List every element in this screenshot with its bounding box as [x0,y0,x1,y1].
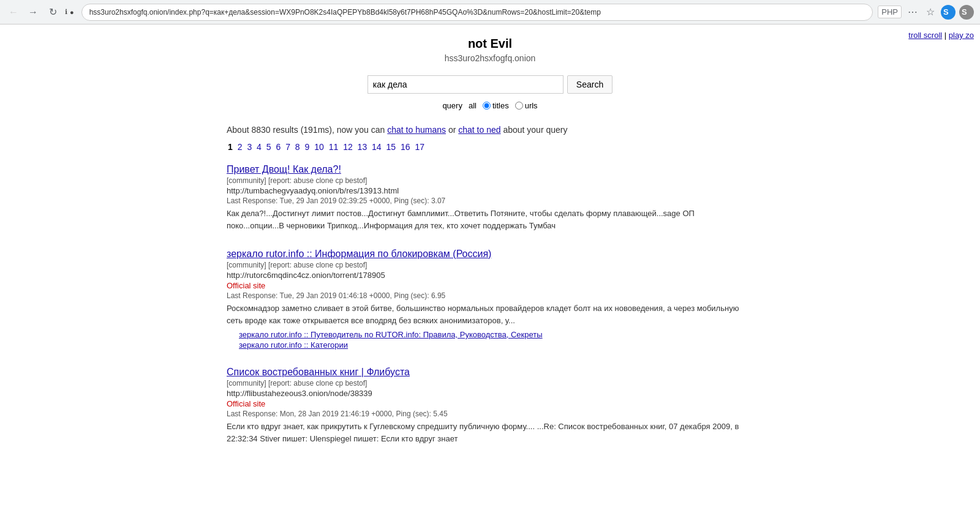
page-current: 1 [228,142,233,152]
page-6[interactable]: 6 [276,142,281,152]
titles-option[interactable]: titles [483,101,509,110]
result-title-0: Привет Двощ! Как дела?! [227,164,753,175]
site-title: not Evil [227,37,753,51]
address-bar[interactable] [81,4,873,21]
all-label: all [469,101,477,110]
page-10[interactable]: 10 [314,142,324,152]
pagination: 1 2 3 4 5 6 7 8 9 10 11 12 13 14 15 16 1… [227,142,753,152]
search-input[interactable] [368,75,564,94]
page-5[interactable]: 5 [266,142,271,152]
search-button[interactable]: Search [567,75,612,94]
result-last-response-0: Last Response: Tue, 29 Jan 2019 02:39:25… [227,197,753,205]
page-2[interactable]: 2 [238,142,243,152]
page-7[interactable]: 7 [285,142,290,152]
result-title-link-2[interactable]: Список востребованных книг | Флибуста [227,367,410,377]
official-badge-2: Official site [227,399,753,408]
result-meta-0: [community] [report: abuse clone cp best… [227,176,753,185]
official-badge-1: Official site [227,281,753,290]
page-16[interactable]: 16 [401,142,410,152]
result-title-1: зеркало rutor.info :: Информация по блок… [227,249,753,260]
result-item-0: Привет Двощ! Как дела?! [community] [rep… [227,164,753,231]
result-last-response-2: Last Response: Mon, 28 Jan 2019 21:46:19… [227,410,753,418]
page-17[interactable]: 17 [415,142,424,152]
result-last-response-1: Last Response: Tue, 29 Jan 2019 01:46:18… [227,291,753,300]
result-snippet-2: Если кто вдруг знает, как прикрутить к Г… [227,421,753,444]
link-separator: | [944,31,949,40]
troll-scroll-link[interactable]: troll scroll [908,31,942,40]
page-4[interactable]: 4 [257,142,262,152]
page-content: not Evil hss3uro2hsxfogfq.onion Search q… [214,24,766,474]
result-title-link-0[interactable]: Привет Двощ! Как дела?! [227,164,341,174]
result-item-2: Список востребованных книг | Флибуста [c… [227,367,753,444]
result-sublinks-1: зеркало rutor.info :: Путеводитель по RU… [227,330,753,350]
results-count-text: About 8830 results (191ms), now you can [227,125,385,135]
page-13[interactable]: 13 [358,142,368,152]
page-15[interactable]: 15 [386,142,396,152]
result-url-link-1[interactable]: http://rutorc6mqdinc4cz.onion/torrent/17… [227,271,385,280]
page-9[interactable]: 9 [305,142,310,152]
page-12[interactable]: 12 [343,142,353,152]
result-title-link-1[interactable]: зеркало rutor.info :: Информация по блок… [227,249,491,259]
result-url-2: http://flibustahezeous3.onion/node/38339 [227,389,753,398]
back-button[interactable]: ← [6,5,21,20]
profile-button-s[interactable]: S [941,5,956,20]
page-8[interactable]: 8 [295,142,300,152]
play-zo-link[interactable]: play zo [949,31,974,40]
lock-icon: ℹ [65,8,67,16]
result-title-2: Список востребованных книг | Флибуста [227,367,753,378]
chat-humans-link[interactable]: chat to humans [387,125,446,135]
urls-label: urls [525,101,538,110]
result-url-link-2[interactable]: http://flibustahezeous3.onion/node/38339 [227,389,372,398]
urls-radio[interactable] [515,102,523,110]
result-url-0: http://tumbachegvyaadyq.onion/b/res/1391… [227,186,753,195]
result-url-1: http://rutorc6mqdinc4cz.onion/torrent/17… [227,271,753,280]
result-item-1: зеркало rutor.info :: Информация по блок… [227,249,753,350]
all-option[interactable]: all [469,101,477,110]
or-text: or [448,125,458,135]
reload-button[interactable]: ↻ [45,5,60,20]
urls-option[interactable]: urls [515,101,538,110]
result-snippet-0: Как дела?!...Достигнут лимит постов...До… [227,208,753,231]
result-meta-1: [community] [report: abuse clone cp best… [227,261,753,269]
browser-chrome: ← → ↻ ℹ ● PHP ⋯ ☆ S S [0,0,980,24]
site-domain: hss3uro2hsxfogfq.onion [227,53,753,63]
query-label: query [442,101,462,110]
page-3[interactable]: 3 [247,142,252,152]
chat-ned-link[interactable]: chat to ned [458,125,500,135]
sublink-1-1[interactable]: зеркало rutor.info :: Категории [239,340,753,350]
extension-icon[interactable]: PHP [878,6,902,18]
about-text: about your query [503,125,567,135]
result-snippet-1: Роскомнадзор заметно сливает в этой битв… [227,302,753,326]
search-form: Search [227,75,753,94]
bookmark-button[interactable]: ☆ [924,4,937,20]
menu-button[interactable]: ⋯ [905,4,920,20]
results-summary: About 8830 results (191ms), now you can … [227,125,753,135]
query-options: query all titles urls [227,101,753,110]
result-meta-2: [community] [report: abuse clone cp best… [227,379,753,388]
titles-radio[interactable] [483,102,491,110]
security-indicator: ℹ ● [65,8,74,16]
page-11[interactable]: 11 [329,142,339,152]
sublink-1-0[interactable]: зеркало rutor.info :: Путеводитель по RU… [239,330,753,339]
titles-label: titles [492,101,509,110]
another-profile-button[interactable]: S [959,5,974,20]
top-right-links: troll scroll | play zo [908,31,974,40]
results-container: Привет Двощ! Как дела?! [community] [rep… [227,164,753,444]
page-14[interactable]: 14 [372,142,382,152]
forward-button[interactable]: → [26,5,40,20]
browser-actions: PHP ⋯ ☆ S S [878,4,974,20]
result-url-link-0[interactable]: http://tumbachegvyaadyq.onion/b/res/1391… [227,186,399,195]
